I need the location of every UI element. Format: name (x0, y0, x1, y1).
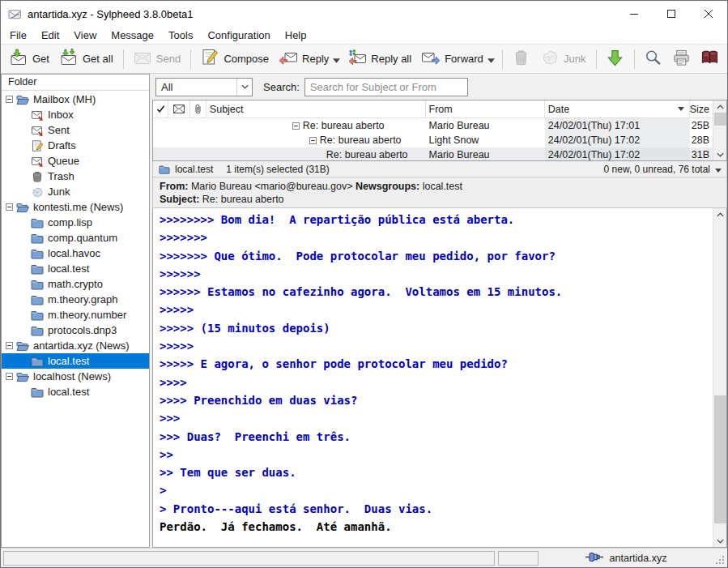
thread-collapse-icon[interactable] (309, 137, 317, 144)
folder-icon (31, 386, 44, 399)
column-from[interactable]: From (426, 100, 545, 117)
folder-pane-header[interactable]: Folder (2, 75, 149, 91)
counts-dropdown-icon[interactable] (715, 164, 722, 175)
folder-item-inbox[interactable]: Inbox (2, 107, 149, 122)
reply-all-button[interactable]: Reply all (343, 45, 416, 73)
paperclip-icon (194, 104, 202, 114)
body-line: > Pronto---aqui está senhor. Duas vias. (154, 500, 713, 518)
column-attachment[interactable] (190, 100, 206, 117)
folder-item-m-theory-graph[interactable]: m.theory.graph (2, 292, 149, 307)
cell-from: Mario Bureau (426, 118, 545, 133)
folder-item-trash[interactable]: Trash (2, 169, 149, 184)
minimize-button[interactable] (615, 1, 653, 27)
mail-get-all-button[interactable]: Get all (54, 45, 118, 73)
reply-dropdown[interactable] (330, 49, 343, 70)
tree-collapse-icon[interactable] (6, 96, 13, 103)
address-book-button[interactable] (696, 45, 724, 73)
folder-item-local-test[interactable]: local.test (2, 353, 149, 369)
filter-dropdown[interactable]: All (155, 78, 253, 96)
folder-item-protocols-dnp3[interactable]: protocols.dnp3 (2, 322, 149, 338)
folder-item-label: m.theory.graph (48, 293, 117, 305)
filter-bar: All Search: (152, 74, 727, 100)
scroll-up-icon[interactable] (713, 208, 727, 220)
message-list-scroll-thumb[interactable] (714, 113, 726, 126)
resize-grip[interactable] (715, 553, 725, 563)
forward-button[interactable]: Forward (416, 45, 488, 73)
print-icon (672, 49, 691, 70)
search-button[interactable] (639, 45, 667, 73)
toolbar-button-label: Send (156, 53, 181, 65)
folder-item-queue[interactable]: Queue (2, 153, 149, 169)
cell-date: 24/02/01(Thu) 17:02 (545, 147, 690, 161)
tree-collapse-icon[interactable] (6, 342, 13, 349)
folder-item-antartida-xyz-news-[interactable]: antartida.xyz (News) (2, 338, 149, 353)
folder-item-mailbox-mh-[interactable]: Mailbox (MH) (2, 92, 149, 107)
message-body-scroll-thumb[interactable] (714, 395, 726, 523)
cell-size: 28B (690, 133, 713, 147)
message-list-scrollbar[interactable] (713, 100, 726, 160)
folder-item-local-test[interactable]: local.test (2, 384, 149, 399)
message-row[interactable]: Re: bureau abertoLight Snow24/02/01(Thu)… (153, 133, 713, 147)
toolbar-button-label: Reply (302, 53, 329, 65)
delete-button (507, 45, 535, 73)
folder-item-math-crypto[interactable]: math.crypto (2, 276, 149, 292)
chevron-down-icon[interactable] (236, 79, 252, 96)
message-row[interactable]: Re: bureau abertoMario Bureau24/02/01(Th… (153, 147, 713, 161)
message-body: >>>>>>>> Bom dia! A repartição pública e… (154, 211, 713, 536)
folder-item-junk[interactable]: Junk (2, 184, 149, 199)
trash-icon (31, 170, 44, 183)
mail-get-button[interactable]: Get (4, 45, 54, 73)
tree-collapse-icon[interactable] (6, 373, 13, 380)
cell-subject: Re: bureau aberto (206, 147, 426, 161)
sort-descending-icon (678, 107, 684, 111)
thread-collapse-icon[interactable] (292, 122, 300, 130)
scroll-down-icon[interactable] (713, 148, 727, 160)
compose-button[interactable]: Compose (195, 45, 274, 73)
folder-item-local-havoc[interactable]: local.havoc (2, 246, 149, 261)
menu-file[interactable]: File (2, 28, 34, 43)
account-indicator[interactable]: antartida.xyz (542, 552, 710, 565)
folder-item-localhost-news-[interactable]: localhost (News) (2, 369, 149, 384)
body-line: Perdão. Já fechamos. Até amanhã. (154, 518, 713, 536)
close-button[interactable] (690, 1, 727, 27)
menu-tools[interactable]: Tools (161, 28, 200, 43)
column-unread[interactable] (168, 100, 190, 117)
tree-collapse-icon[interactable] (6, 203, 13, 211)
column-subject[interactable]: Subject (206, 100, 426, 117)
cell-from: Light Snow (426, 133, 545, 147)
menu-configuration[interactable]: Configuration (200, 28, 277, 43)
menu-help[interactable]: Help (278, 28, 314, 43)
message-body-scrollbar[interactable] (713, 208, 726, 547)
forward-dropdown[interactable] (485, 49, 497, 70)
junk-icon (540, 48, 560, 70)
delete-icon (512, 49, 530, 70)
column-date[interactable]: Date (545, 100, 690, 117)
folder-item-comp-quantum[interactable]: comp.quantum (2, 230, 149, 246)
next-unread-button[interactable] (601, 45, 629, 73)
from-value: Mario Bureau <mario@bureau.gov> (191, 181, 353, 192)
folder-item-sent[interactable]: Sent (2, 122, 149, 138)
titlebar: antartida.xyz - Sylpheed 3.8.0beta1 (1, 1, 727, 27)
folder-item-m-theory-number[interactable]: m.theory.number (2, 307, 149, 322)
newsgroups-value: local.test (423, 181, 462, 192)
folder-item-comp-lisp[interactable]: comp.lisp (2, 215, 149, 230)
print-button[interactable] (667, 45, 696, 73)
status-panel-progress (498, 551, 539, 566)
folder-item-kontesti-me-news-[interactable]: kontesti.me (News) (2, 199, 149, 215)
scroll-down-icon[interactable] (713, 535, 727, 547)
menu-edit[interactable]: Edit (34, 28, 66, 43)
message-row[interactable]: Re: bureau abertoMario Bureau24/02/01(Th… (153, 118, 713, 133)
scroll-up-icon[interactable] (713, 100, 727, 113)
folder-item-drafts[interactable]: Drafts (2, 138, 149, 153)
folder-item-label: protocols.dnp3 (48, 324, 117, 336)
maximize-button[interactable] (653, 1, 690, 27)
search-input[interactable] (304, 78, 468, 96)
column-size[interactable]: Size (690, 100, 713, 117)
folder-icon (31, 216, 44, 229)
subject-text: Re: bureau aberto (320, 135, 402, 146)
column-mark[interactable] (153, 100, 168, 117)
reply-button[interactable]: Reply (274, 45, 334, 73)
menu-view[interactable]: View (66, 28, 104, 43)
menu-message[interactable]: Message (104, 28, 161, 43)
folder-item-local-test[interactable]: local.test (2, 261, 149, 276)
